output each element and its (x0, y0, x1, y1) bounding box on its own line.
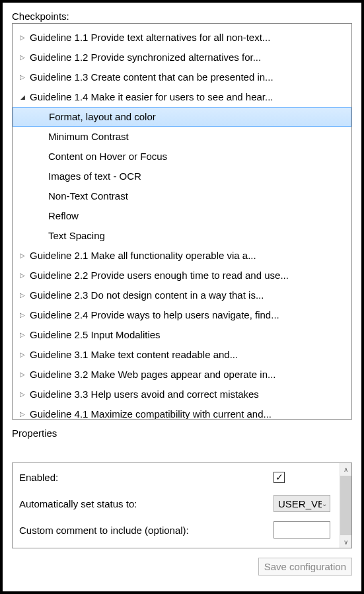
expand-icon[interactable]: ▷ (18, 385, 27, 404)
tree-parent-row[interactable]: ▷Guideline 1.3 Create content that can b… (13, 67, 351, 87)
tree-child-row[interactable]: Images of text - OCR (13, 167, 351, 186)
scroll-down-icon[interactable]: ∨ (340, 536, 351, 548)
expand-icon[interactable]: ▷ (18, 365, 27, 385)
status-select-value: USER_VE (278, 498, 322, 509)
comment-input[interactable] (273, 521, 330, 538)
tree-item-label: Text Spacing (46, 226, 105, 246)
auto-status-row: Automatically set status to: USER_VE ⌄ (19, 495, 333, 512)
tree-child-row[interactable]: Minimum Contrast (13, 127, 351, 147)
tree-item-label: Guideline 3.3 Help users avoid and corre… (27, 385, 259, 404)
tree-item-label: Format, layout and color (46, 107, 156, 127)
tree-child-row[interactable]: Format, layout and color (13, 107, 351, 127)
tree-child-row[interactable]: Content on Hover or Focus (13, 147, 351, 167)
tree-item-label: Non-Text Contrast (46, 186, 128, 206)
tree-item-label: Guideline 2.3 Do not design content in a… (27, 285, 264, 305)
tree-item-label: Guideline 4.1 Maximize compatibility wit… (27, 404, 272, 420)
tree-parent-row[interactable]: ▷Guideline 3.3 Help users avoid and corr… (13, 385, 351, 404)
comment-label: Custom comment to include (optional): (19, 525, 273, 536)
tree-item-label: Guideline 2.2 Provide users enough time … (27, 266, 289, 285)
config-window: Checkpoints: ▷Guideline 1.1 Provide text… (0, 0, 364, 594)
tree-item-label: Guideline 1.3 Create content that can be… (27, 67, 273, 87)
footer: Save configuration (12, 558, 352, 575)
expand-icon[interactable]: ▷ (18, 48, 27, 67)
properties-panel: Enabled: ✓ Automatically set status to: … (12, 463, 352, 548)
tree-item-label: Guideline 2.4 Provide ways to help users… (27, 305, 279, 325)
tree-item-label: Guideline 2.1 Make all functionality ope… (27, 246, 256, 266)
tree-item-label: Guideline 2.5 Input Modalities (27, 325, 161, 345)
tree-parent-row[interactable]: ▷Guideline 2.1 Make all functionality op… (13, 246, 351, 266)
tree-item-label: Guideline 3.1 Make text content readable… (27, 345, 238, 365)
auto-status-label: Automatically set status to: (19, 498, 273, 509)
tree-parent-row[interactable]: ▷Guideline 2.5 Input Modalities (13, 325, 351, 345)
expand-icon[interactable]: ▷ (18, 305, 27, 325)
tree-item-label: Content on Hover or Focus (46, 147, 167, 167)
expand-icon[interactable]: ▷ (18, 325, 27, 345)
chevron-down-icon: ⌄ (322, 500, 327, 507)
properties-scrollbar[interactable]: ∧ ∨ (340, 463, 351, 548)
tree-child-row[interactable]: Text Spacing (13, 226, 351, 246)
enabled-row: Enabled: ✓ (19, 468, 333, 486)
save-configuration-button[interactable]: Save configuration (258, 558, 352, 575)
expand-icon[interactable]: ▷ (18, 404, 27, 420)
tree-parent-row[interactable]: ▷Guideline 3.1 Make text content readabl… (13, 345, 351, 365)
tree-child-row[interactable]: Reflow (13, 206, 351, 226)
tree-parent-row[interactable]: ▷Guideline 1.2 Provide synchronized alte… (13, 48, 351, 67)
tree-parent-row[interactable]: ▷Guideline 2.4 Provide ways to help user… (13, 305, 351, 325)
tree-parent-row[interactable]: ▷Guideline 3.2 Make Web pages appear and… (13, 365, 351, 385)
expand-icon[interactable]: ▷ (18, 285, 27, 305)
tree-parent-row[interactable]: ▷Guideline 2.3 Do not design content in … (13, 285, 351, 305)
properties-label: Properties (12, 427, 352, 439)
scroll-up-icon[interactable]: ∧ (340, 463, 351, 475)
expand-icon[interactable]: ▷ (18, 266, 27, 285)
expand-icon[interactable]: ▷ (18, 67, 27, 87)
enabled-checkbox[interactable]: ✓ (273, 472, 285, 483)
tree-item-label: Images of text - OCR (46, 167, 141, 186)
expand-icon[interactable]: ▷ (18, 28, 27, 48)
checkpoints-label: Checkpoints: (12, 11, 352, 22)
status-select[interactable]: USER_VE ⌄ (273, 495, 330, 512)
tree-item-label: Reflow (46, 206, 79, 226)
tree-item-label: Guideline 3.2 Make Web pages appear and … (27, 365, 275, 385)
properties-form: Enabled: ✓ Automatically set status to: … (13, 463, 340, 548)
tree-parent-row[interactable]: ▷Guideline 1.1 Provide text alternatives… (13, 28, 351, 48)
tree-parent-row[interactable]: ▷Guideline 4.1 Maximize compatibility wi… (13, 404, 351, 420)
tree-parent-row[interactable]: ▷Guideline 2.2 Provide users enough time… (13, 266, 351, 285)
tree-parent-row[interactable]: ◢Guideline 1.4 Make it easier for users … (13, 87, 351, 107)
tree-item-label: Guideline 1.1 Provide text alternatives … (27, 28, 270, 48)
comment-row: Custom comment to include (optional): (19, 521, 333, 538)
tree-item-label: Guideline 1.2 Provide synchronized alter… (27, 48, 261, 67)
enabled-label: Enabled: (19, 472, 273, 483)
tree-child-row[interactable]: Non-Text Contrast (13, 186, 351, 206)
tree-item-label: Minimum Contrast (46, 127, 129, 147)
collapse-icon[interactable]: ◢ (18, 87, 27, 107)
checkpoints-tree[interactable]: ▷Guideline 1.1 Provide text alternatives… (12, 23, 352, 420)
expand-icon[interactable]: ▷ (18, 246, 27, 266)
scroll-thumb[interactable] (340, 476, 351, 535)
tree-item-label: Guideline 1.4 Make it easier for users t… (27, 87, 273, 107)
expand-icon[interactable]: ▷ (18, 345, 27, 365)
